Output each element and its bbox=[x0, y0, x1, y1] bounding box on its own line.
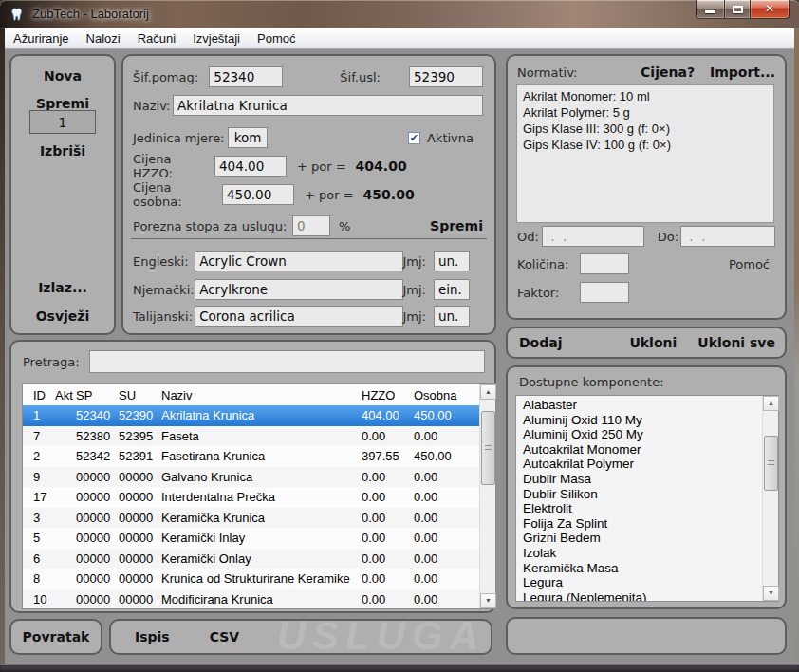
cijena-button[interactable]: Cijena? bbox=[641, 65, 695, 80]
column-header[interactable]: SU bbox=[119, 388, 161, 402]
print-panel: Ispis CSV USLUGA bbox=[109, 619, 492, 655]
close-button[interactable]: ✕ bbox=[751, 0, 790, 19]
component-item[interactable]: Legura bbox=[523, 575, 762, 590]
kolicina-input[interactable] bbox=[580, 253, 629, 274]
table-row[interactable]: 75238052395Faseta0.000.00 bbox=[23, 426, 479, 447]
jedinica-mjere-input[interactable] bbox=[228, 127, 268, 148]
table-row[interactable]: 50000000000Keramički Inlay0.000.00 bbox=[23, 528, 479, 549]
povratak-button[interactable]: Povratak bbox=[11, 621, 101, 653]
spremi-button[interactable]: Spremi bbox=[11, 96, 114, 111]
komponente-list[interactable]: AlabasterAluminij Oxid 110 MyAluminij Ox… bbox=[515, 395, 779, 602]
menu-item-2[interactable]: Nalozi bbox=[78, 28, 129, 48]
table-row[interactable]: 90000000000Galvano Krunica0.000.00 bbox=[23, 467, 479, 488]
table-cell: 0.00 bbox=[362, 592, 414, 607]
close-icon: ✕ bbox=[751, 2, 789, 15]
od-date-input[interactable] bbox=[542, 226, 644, 247]
menu-item-1[interactable]: Ažuriranje bbox=[5, 28, 78, 48]
column-header[interactable]: SP bbox=[76, 388, 119, 402]
form-spremi-button[interactable]: Spremi bbox=[430, 218, 483, 233]
komponente-scrollbar[interactable]: ▲ ▼ bbox=[762, 396, 778, 601]
scroll-thumb[interactable] bbox=[764, 436, 778, 491]
component-item[interactable]: Autoakrilat Monomer bbox=[523, 442, 762, 457]
normativ-item[interactable]: Akrilat Monomer: 10 ml bbox=[523, 88, 768, 104]
component-item[interactable]: Aluminij Oxid 250 My bbox=[523, 427, 762, 442]
column-header[interactable]: Naziv bbox=[161, 388, 362, 402]
table-row[interactable]: 60000000000Keramički Onlay0.000.00 bbox=[23, 549, 479, 569]
cijena-osobna-input[interactable] bbox=[222, 184, 294, 205]
title-bar[interactable]: ZubTech - Laboratorij ✕ bbox=[0, 0, 799, 28]
table-header[interactable]: IDAktSPSUNazivHZZOOsobna bbox=[23, 384, 479, 405]
table-row[interactable]: 170000000000Interdentalna Prečka0.000.00 bbox=[23, 487, 479, 508]
normativ-item[interactable]: Akrilat Polymer: 5 g bbox=[523, 104, 768, 121]
nova-button[interactable]: Nova bbox=[11, 68, 114, 84]
table-row[interactable]: 100000000000Modificirana Krunica0.000.00 bbox=[23, 589, 479, 609]
do-date-input[interactable] bbox=[680, 226, 775, 247]
scroll-down-icon[interactable]: ▼ bbox=[480, 593, 496, 608]
table-cell: 3 bbox=[33, 511, 55, 525]
column-header[interactable]: ID bbox=[33, 388, 55, 402]
component-item[interactable]: Legura (Neplemenita) bbox=[523, 590, 762, 601]
ukloni-sve-button[interactable]: Ukloni sve bbox=[697, 335, 775, 350]
table-row[interactable]: 25234252391Fasetirana Krunica397.55450.0… bbox=[23, 446, 479, 467]
component-item[interactable]: Alabaster bbox=[523, 398, 762, 413]
talijanski-input[interactable] bbox=[195, 306, 402, 327]
column-header[interactable]: HZZO bbox=[362, 388, 414, 402]
dodaj-button[interactable]: Dodaj bbox=[519, 335, 563, 350]
table-cell: 0.00 bbox=[362, 571, 414, 586]
table-row[interactable]: 15234052390Akrilatna Krunica404.00450.00 bbox=[23, 405, 479, 426]
ispis-button[interactable]: Ispis bbox=[135, 629, 170, 644]
engleski-input[interactable] bbox=[195, 251, 402, 271]
jmj-en-input[interactable] bbox=[434, 251, 470, 271]
jmj-it-input[interactable] bbox=[434, 306, 470, 327]
scroll-down-icon[interactable]: ▼ bbox=[763, 586, 779, 601]
scroll-thumb[interactable] bbox=[481, 411, 495, 485]
sif-usl-input[interactable] bbox=[409, 66, 483, 87]
component-item[interactable]: Autoakrilat Polymer bbox=[523, 457, 762, 472]
table-row[interactable]: 30000000000Keramička Krunica0.000.00 bbox=[23, 508, 479, 529]
engleski-label: Engleski: bbox=[133, 254, 195, 269]
import-button[interactable]: Import... bbox=[710, 65, 775, 80]
scroll-up-icon[interactable]: ▲ bbox=[480, 384, 496, 400]
jedinica-mjere-label: Jedinica mjere: bbox=[133, 131, 228, 145]
normativ-list[interactable]: Akrilat Monomer: 10 mlAkrilat Polymer: 5… bbox=[516, 84, 774, 223]
component-item[interactable]: Dublir Silikon bbox=[523, 487, 762, 502]
ukloni-button[interactable]: Ukloni bbox=[629, 335, 677, 350]
faktor-input[interactable] bbox=[580, 282, 629, 303]
naziv-input[interactable] bbox=[173, 95, 483, 116]
column-header[interactable]: Akt bbox=[55, 388, 76, 402]
component-item[interactable]: Aluminij Oxid 110 My bbox=[523, 413, 762, 428]
njemacki-input[interactable] bbox=[195, 279, 402, 300]
table-cell: 450.00 bbox=[414, 449, 479, 463]
cijena-hzzo-input[interactable] bbox=[214, 156, 287, 177]
pomoc-button[interactable]: Pomoć bbox=[729, 257, 770, 271]
minimize-button[interactable] bbox=[696, 0, 724, 19]
component-item[interactable]: Folija Za Splint bbox=[523, 516, 762, 532]
sif-pomag-input[interactable] bbox=[209, 66, 283, 87]
normativ-item[interactable]: Gips Klase III: 300 g (f: 0×) bbox=[523, 121, 768, 137]
aktivna-checkbox[interactable]: ✔ bbox=[408, 132, 420, 144]
scroll-up-icon[interactable]: ▲ bbox=[763, 396, 779, 411]
porezna-input[interactable] bbox=[292, 215, 330, 236]
izlaz-button[interactable]: Izlaz... bbox=[11, 280, 114, 295]
csv-button[interactable]: CSV bbox=[210, 629, 239, 644]
menu-item-3[interactable]: Računi bbox=[129, 28, 184, 48]
column-header[interactable]: Osobna bbox=[414, 388, 479, 402]
search-input[interactable] bbox=[89, 350, 485, 373]
component-item[interactable]: Keramička Masa bbox=[523, 561, 762, 576]
jmj-label-de: Jmj: bbox=[403, 283, 427, 297]
table-scrollbar[interactable]: ▲ ▼ bbox=[479, 384, 495, 608]
component-item[interactable]: Elektrolit bbox=[523, 501, 762, 516]
jmj-de-input[interactable] bbox=[434, 279, 470, 300]
usluga-watermark: USLUGA bbox=[277, 613, 485, 659]
menu-item-5[interactable]: Pomoć bbox=[249, 28, 304, 48]
table-row[interactable]: 80000000000Krunica od Strukturirane Kera… bbox=[23, 569, 479, 589]
component-item[interactable]: Grizni Bedem bbox=[523, 531, 762, 546]
component-item[interactable]: Dublir Masa bbox=[523, 472, 762, 487]
menu-item-4[interactable]: Izvještaji bbox=[184, 28, 249, 48]
maximize-button[interactable] bbox=[724, 0, 751, 19]
normativ-item[interactable]: Gips Klase IV: 100 g (f: 0×) bbox=[523, 137, 768, 153]
record-number-input[interactable] bbox=[29, 110, 96, 134]
izbrisi-button[interactable]: Izbriši bbox=[11, 143, 114, 159]
osvjezi-button[interactable]: Osvježi bbox=[11, 308, 114, 324]
component-item[interactable]: Izolak bbox=[523, 546, 762, 561]
